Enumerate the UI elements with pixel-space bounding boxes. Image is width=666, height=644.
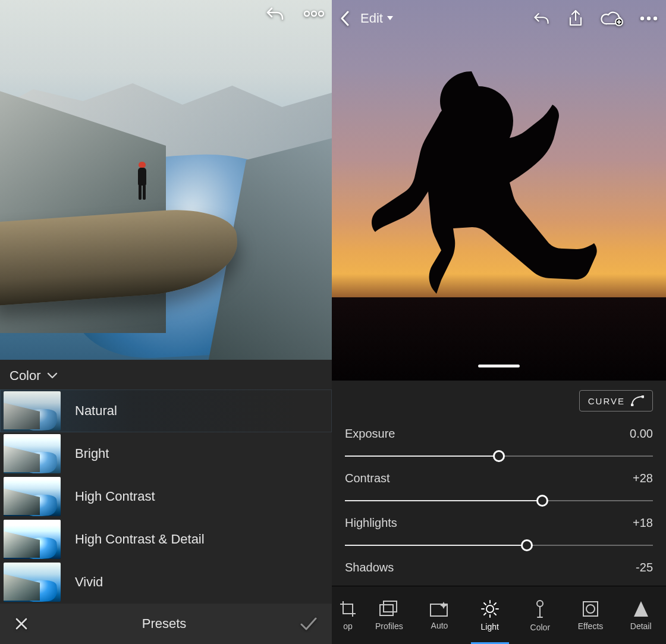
tool-label: Profiles [375,621,403,631]
slider-shadows: Shadows-25 [345,561,653,574]
slider-thumb[interactable] [493,450,505,462]
slider-name: Contrast [345,472,390,485]
tool-label: Light [481,622,499,632]
tool-tab-profiles[interactable]: Profiles [364,586,414,644]
preset-thumbnail [4,391,61,431]
detail-icon [633,600,649,618]
tool-tab-detail[interactable]: Detail [615,586,666,644]
tool-label: op [343,621,353,631]
svg-point-5 [647,17,651,20]
preview-image[interactable] [0,0,332,360]
slider-contrast: Contrast+28 [345,472,653,507]
svg-rect-9 [380,605,393,615]
light-icon [480,599,500,618]
confirm-button[interactable] [300,617,318,631]
mode-dropdown[interactable]: Edit [360,11,394,26]
mode-label: Edit [360,11,383,26]
profiles-icon [379,600,399,618]
color-icon [533,599,547,619]
silhouette-person [367,59,623,321]
tool-label: Effects [578,621,604,631]
curve-label: CURVE [588,396,625,406]
curve-button[interactable]: CURVE [579,390,653,411]
tool-tab-color[interactable]: Color [515,586,566,644]
preset-panel: Color NaturalBrightHigh ContrastHigh Con… [0,360,332,604]
slider-highlights: Highlights+18 [345,516,653,551]
mountain-fjord-photo [0,0,332,360]
slider-track[interactable] [345,450,653,462]
slider-value: 0.00 [630,427,653,441]
preset-label: High Contrast & Detail [75,532,205,547]
slider-thumb[interactable] [536,495,548,507]
undo-icon[interactable] [533,11,551,26]
edit-screen: Edit [332,0,666,644]
share-icon[interactable] [567,10,584,27]
preset-label: Natural [75,403,117,419]
svg-point-7 [631,404,633,406]
svg-rect-10 [384,601,397,612]
svg-point-8 [642,395,643,397]
effects-icon [582,600,599,618]
light-adjust-panel: CURVE Exposure0.00Contrast+28Highlights+… [332,381,666,586]
back-button[interactable] [340,10,350,27]
preview-image[interactable] [332,0,666,381]
curve-icon [631,395,644,406]
svg-point-6 [654,17,657,20]
svg-point-13 [537,601,543,607]
preset-thumbnail [4,477,61,516]
svg-rect-14 [583,602,598,616]
presets-bottom-bar: Presets [0,604,332,644]
slider-name: Exposure [345,427,395,441]
slider-track[interactable] [345,495,653,507]
preset-item[interactable]: High Contrast & Detail [0,518,332,561]
preset-label: Vivid [75,574,103,590]
cancel-button[interactable] [14,617,29,631]
tool-label: Auto [431,621,448,630]
svg-point-4 [640,17,644,20]
preset-item[interactable]: Natural [0,389,332,432]
slider-exposure: Exposure0.00 [345,427,653,462]
tool-tab-auto[interactable]: Auto [414,586,465,644]
drag-handle[interactable] [478,365,520,367]
preset-thumbnail [4,520,61,559]
slider-track[interactable] [345,539,653,551]
slider-value: +18 [633,516,653,530]
preset-label: High Contrast [75,489,155,504]
edit-tool-tabs: opProfilesAutoLightColorEffectsDetail [332,586,666,644]
undo-icon[interactable] [265,6,285,21]
caret-down-icon [387,15,394,21]
tool-label: Color [530,623,550,632]
preset-category-label: Color [10,368,41,384]
chevron-left-icon [340,10,350,27]
auto-icon [429,601,450,617]
slider-value: -25 [636,561,653,574]
edit-top-bar: Edit [332,5,666,32]
svg-point-12 [486,605,494,612]
slider-thumb[interactable] [521,539,533,551]
preset-label: Bright [75,446,109,461]
svg-point-15 [586,605,595,613]
preset-thumbnail [4,434,61,473]
close-icon [14,617,29,631]
chevron-down-icon [47,372,58,379]
tool-tab-effects[interactable]: Effects [566,586,616,644]
preset-item[interactable]: Bright [0,432,332,475]
cloud-sync-icon[interactable] [601,11,623,26]
preset-list[interactable]: NaturalBrightHigh ContrastHigh Contrast … [0,389,332,604]
crop-icon [339,600,357,618]
slider-value: +28 [633,472,653,485]
more-options-icon[interactable] [303,10,325,18]
svg-point-2 [319,11,323,16]
more-options-icon[interactable] [640,15,658,21]
check-icon [300,617,318,631]
preset-item[interactable]: Vivid [0,561,332,604]
svg-point-0 [304,11,309,16]
tool-tab-light[interactable]: Light [464,586,515,644]
preset-item[interactable]: High Contrast [0,475,332,518]
presets-screen: Color NaturalBrightHigh ContrastHigh Con… [0,0,332,644]
slider-name: Highlights [345,516,397,530]
tool-tab-crop[interactable]: op [332,586,364,644]
preset-category-dropdown[interactable]: Color [0,360,332,389]
panel-title: Presets [142,616,187,632]
svg-point-1 [312,11,316,16]
